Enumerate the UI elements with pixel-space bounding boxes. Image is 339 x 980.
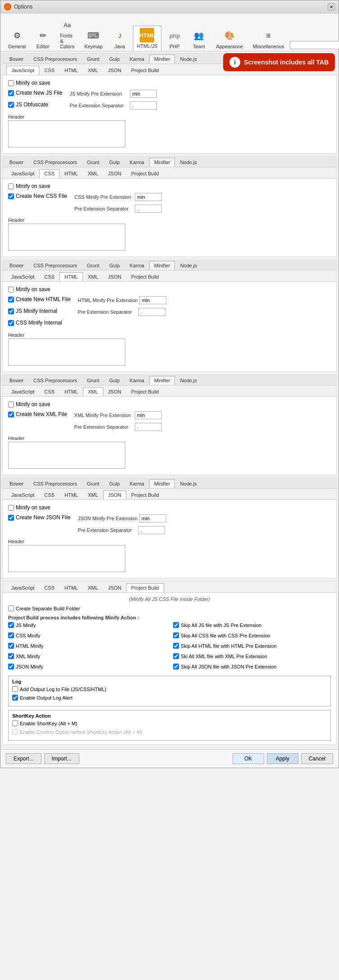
cancel-button[interactable]: Cancel	[301, 753, 333, 764]
js-create-new-js-checkbox[interactable]	[8, 90, 14, 96]
enable-shortkey-checkbox[interactable]	[12, 720, 18, 726]
inner-tab-html-4[interactable]: HTML	[60, 387, 83, 396]
skip-js-checkbox[interactable]	[173, 622, 179, 628]
xml-header-textarea[interactable]	[8, 442, 125, 469]
inner-tab-json-4[interactable]: JSON	[103, 387, 126, 396]
inner-tab-css-4[interactable]: CSS	[39, 387, 60, 396]
inner-tab-css-2[interactable]: CSS	[39, 169, 60, 178]
inner-tab-css-5[interactable]: CSS	[39, 490, 60, 499]
html-header-textarea[interactable]	[8, 339, 125, 366]
close-button[interactable]: ✕	[328, 3, 335, 10]
toolbar-appearance[interactable]: 🎨 Appearance	[212, 26, 247, 51]
json-minify-checkbox[interactable]	[8, 664, 14, 669]
subtab-karma-5[interactable]: Karma	[125, 479, 149, 488]
subtab-grunt-4[interactable]: Grunt	[82, 376, 105, 385]
skip-html-checkbox[interactable]	[173, 643, 179, 649]
subtab-css-preprocessors-4[interactable]: CSS Preprocessors	[28, 376, 82, 385]
subtab-gulp-5[interactable]: Gulp	[104, 479, 124, 488]
json-pre-ext-sep-input[interactable]	[138, 526, 165, 534]
json-minify-on-save-checkbox[interactable]	[8, 505, 14, 511]
inner-tab-html-6[interactable]: HTML	[60, 583, 83, 592]
subtab-minifier-5[interactable]: Minifier	[149, 479, 175, 488]
subtab-bower-3[interactable]: Bower	[5, 261, 28, 270]
inner-tab-html-5[interactable]: HTML	[60, 490, 83, 499]
js-minify-checkbox[interactable]	[8, 622, 14, 628]
js-minify-pre-ext-input[interactable]	[130, 90, 157, 98]
subtab-minifier-3[interactable]: Minifier	[149, 261, 175, 270]
inner-tab-xml-3[interactable]: XML	[83, 272, 103, 281]
toolbar-general[interactable]: ⚙ General	[4, 26, 30, 51]
css-minify-pre-ext-input[interactable]	[135, 193, 162, 201]
inner-tab-build-3[interactable]: Project Build	[126, 272, 164, 281]
subtab-karma-4[interactable]: Karma	[125, 376, 149, 385]
html-create-new-html-checkbox[interactable]	[8, 297, 14, 302]
xml-minify-checkbox[interactable]	[8, 653, 14, 659]
enable-confirm-checkbox[interactable]	[12, 729, 18, 735]
subtab-karma-3[interactable]: Karma	[125, 261, 149, 270]
js-obfuscate-checkbox[interactable]	[8, 102, 14, 108]
subtab-gulp-1[interactable]: Gulp	[104, 55, 124, 64]
inner-tab-build-4[interactable]: Project Build	[126, 387, 164, 396]
inner-tab-xml-1[interactable]: XML	[83, 66, 103, 75]
subtab-gulp-2[interactable]: Gulp	[104, 158, 124, 167]
add-output-log-checkbox[interactable]	[12, 686, 18, 692]
subtab-karma-2[interactable]: Karma	[125, 158, 149, 167]
skip-css-checkbox[interactable]	[173, 632, 179, 638]
inner-tab-build-1[interactable]: Project Build	[126, 66, 164, 75]
xml-minify-pre-ext-input[interactable]	[135, 411, 162, 419]
inner-tab-build-5[interactable]: Project Build	[126, 490, 164, 499]
subtab-css-preprocessors-2[interactable]: CSS Preprocessors	[28, 158, 82, 167]
css-minify-on-save-checkbox[interactable]	[8, 183, 14, 189]
inner-tab-html-3[interactable]: HTML	[60, 272, 83, 281]
subtab-gulp-4[interactable]: Gulp	[104, 376, 124, 385]
inner-tab-json-6[interactable]: JSON	[103, 583, 126, 592]
subtab-minifier-2[interactable]: Minifier	[149, 158, 175, 167]
inner-tab-json-1[interactable]: JSON	[103, 66, 126, 75]
subtab-gulp-3[interactable]: Gulp	[104, 261, 124, 270]
inner-tab-json-3[interactable]: JSON	[103, 272, 126, 281]
subtab-bower-1[interactable]: Bower	[5, 55, 28, 64]
toolbar-team[interactable]: 👥 Team	[188, 26, 210, 51]
subtab-nodejs-1[interactable]: Node.js	[175, 55, 202, 64]
inner-tab-js-2[interactable]: JavaScript	[6, 169, 39, 178]
inner-tab-js-4[interactable]: JavaScript	[6, 387, 39, 396]
json-create-new-json-checkbox[interactable]	[8, 515, 14, 521]
css-create-new-css-checkbox[interactable]	[8, 193, 14, 199]
subtab-minifier-1[interactable]: Minifier	[149, 55, 175, 64]
toolbar-htmljs[interactable]: HTML HTML/JS	[133, 26, 162, 51]
inner-tab-css-3[interactable]: CSS	[39, 272, 60, 281]
inner-tab-xml-6[interactable]: XML	[83, 583, 103, 592]
subtab-grunt-3[interactable]: Grunt	[82, 261, 105, 270]
import-button[interactable]: Import...	[44, 753, 79, 764]
js-header-textarea[interactable]	[8, 120, 125, 147]
inner-tab-js-1[interactable]: JavaScript	[6, 66, 39, 75]
toolbar-php[interactable]: php PHP	[163, 26, 186, 51]
search-input[interactable]	[290, 41, 339, 49]
css-header-textarea[interactable]	[8, 224, 125, 251]
inner-tab-js-6[interactable]: JavaScript	[6, 583, 39, 592]
subtab-bower-4[interactable]: Bower	[5, 376, 28, 385]
skip-xml-checkbox[interactable]	[173, 653, 179, 659]
html-minify-pre-ext-input[interactable]	[139, 296, 166, 304]
html-minify-on-save-checkbox[interactable]	[8, 287, 14, 293]
subtab-css-preprocessors-3[interactable]: CSS Preprocessors	[28, 261, 82, 270]
subtab-karma-1[interactable]: Karma	[125, 55, 149, 64]
json-minify-pre-ext-input[interactable]	[139, 514, 166, 522]
inner-tab-build-6[interactable]: Project Build	[126, 583, 164, 592]
inner-tab-html-1[interactable]: HTML	[60, 66, 83, 75]
json-header-textarea[interactable]	[8, 545, 125, 572]
js-minify-on-save-checkbox[interactable]	[8, 80, 14, 86]
toolbar-fonts-colors[interactable]: Aa Fonts & Colors	[56, 15, 78, 51]
toolbar-misc[interactable]: ≡ Miscellaneous	[249, 26, 289, 51]
css-minify-checkbox[interactable]	[8, 632, 14, 638]
subtab-nodejs-3[interactable]: Node.js	[175, 261, 202, 270]
js-pre-ext-sep-input[interactable]	[130, 101, 157, 110]
inner-tab-css-6[interactable]: CSS	[39, 583, 60, 592]
html-pre-ext-sep-input[interactable]	[138, 308, 165, 316]
create-separate-build-folder-checkbox[interactable]	[8, 605, 14, 611]
subtab-bower-5[interactable]: Bower	[5, 479, 28, 488]
inner-tab-json-5[interactable]: JSON	[103, 490, 126, 499]
css-pre-ext-sep-input[interactable]	[135, 205, 162, 213]
skip-json-checkbox[interactable]	[173, 664, 179, 669]
inner-tab-xml-2[interactable]: XML	[83, 169, 103, 178]
